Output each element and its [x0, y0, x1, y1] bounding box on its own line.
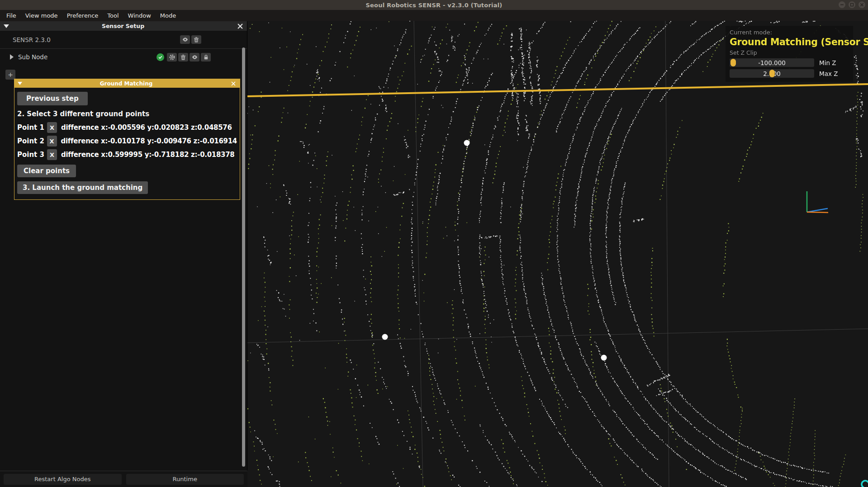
visibility-button[interactable]: [190, 53, 199, 61]
min-z-slider-handle[interactable]: [730, 59, 736, 66]
status-ok-badge: [157, 53, 164, 61]
close-button[interactable]: [859, 1, 865, 8]
max-z-slider-row: 2.000 Max Z: [730, 69, 849, 78]
runtime-button[interactable]: Runtime: [126, 474, 244, 485]
delete-button[interactable]: [191, 35, 201, 44]
menu-view-mode[interactable]: View mode: [21, 10, 62, 21]
collapse-caret-icon[interactable]: [4, 24, 9, 28]
pointcloud-viewport[interactable]: [247, 21, 868, 487]
visibility-button[interactable]: [180, 35, 190, 44]
current-mode-value: Ground Matching (Sensor Setup): [730, 37, 849, 47]
min-z-label: Min Z: [819, 59, 836, 66]
point-2-difference: difference x:-0.010178 y:-0.009476 z:-0.…: [61, 137, 237, 145]
sensor-setup-panel: Sensor Setup SENSR 2.3.0: [0, 21, 247, 487]
sensr-node-label: SENSR 2.3.0: [13, 36, 51, 43]
menu-bar: File View mode Preference Tool Window Mo…: [0, 10, 868, 21]
set-z-clip-label: Set Z Clip: [730, 49, 849, 56]
max-z-slider-handle[interactable]: [769, 70, 775, 77]
point-2-remove-button[interactable]: X: [47, 136, 57, 147]
max-z-slider[interactable]: 2.000: [730, 69, 814, 78]
delete-button[interactable]: [178, 53, 188, 61]
step-instruction: 2. Select 3 different ground points: [17, 110, 237, 118]
min-z-slider-row: -100.000 Min Z: [730, 58, 849, 67]
title-bar: Seoul Robotics SENSR - v2.3.0 (Tutorial): [0, 0, 868, 10]
ground-matching-panel: Ground Matching Previous step 2. Select …: [14, 79, 240, 200]
menu-mode[interactable]: Mode: [156, 10, 180, 21]
window-controls: [839, 1, 865, 8]
check-icon: [158, 55, 163, 60]
point-1-difference: difference x:-0.005596 y:0.020823 z:0.04…: [61, 123, 232, 132]
sub-node-actions: [157, 53, 211, 61]
sensr-node-actions: [180, 35, 201, 44]
point-3-difference: difference x:0.599995 y:-0.718182 z:-0.0…: [61, 151, 235, 159]
point-1-remove-button[interactable]: X: [47, 122, 57, 133]
ground-matching-close-icon[interactable]: [231, 81, 236, 86]
current-mode-label: Current mode:: [730, 29, 849, 36]
lock-button[interactable]: [201, 53, 211, 61]
maximize-button[interactable]: [849, 1, 855, 8]
lock-icon: [203, 54, 209, 60]
launch-ground-matching-button[interactable]: 3. Launch the ground matching: [17, 181, 148, 194]
panel-close-icon[interactable]: [237, 23, 243, 29]
minimize-icon: [840, 3, 844, 7]
collapse-caret-icon[interactable]: [18, 82, 22, 85]
add-node-button[interactable]: +: [5, 70, 15, 80]
tree-node-sensr[interactable]: SENSR 2.3.0: [0, 31, 247, 49]
expand-caret-icon[interactable]: [10, 54, 14, 60]
menu-tool[interactable]: Tool: [103, 10, 123, 21]
menu-file[interactable]: File: [2, 10, 21, 21]
point-row-2: Point 2 X difference x:-0.010178 y:-0.00…: [17, 135, 237, 147]
gear-icon: [169, 54, 175, 61]
ground-matching-header: Ground Matching: [14, 79, 240, 88]
eye-icon: [182, 37, 189, 43]
settings-button[interactable]: [167, 53, 177, 61]
sensor-setup-header: Sensor Setup: [0, 21, 247, 31]
min-z-value: -100.000: [730, 58, 814, 67]
restart-algo-nodes-button[interactable]: Restart Algo Nodes: [4, 474, 122, 485]
current-mode-overlay: Current mode: Ground Matching (Sensor Se…: [726, 26, 853, 82]
window-title: Seoul Robotics SENSR - v2.3.0 (Tutorial): [366, 2, 503, 9]
clear-points-button[interactable]: Clear points: [17, 165, 76, 177]
point-3-remove-button[interactable]: X: [47, 149, 57, 160]
eye-icon: [191, 54, 198, 60]
sub-node-label: Sub Node: [18, 53, 47, 61]
point-1-label: Point 1: [17, 123, 47, 132]
point-2-label: Point 2: [17, 137, 47, 145]
menu-window[interactable]: Window: [123, 10, 156, 21]
panel-bottom-bar: Restart Algo Nodes Runtime: [0, 471, 247, 487]
min-z-slider[interactable]: -100.000: [730, 58, 814, 67]
max-z-label: Max Z: [819, 70, 838, 77]
panel-scrollbar[interactable]: [242, 47, 245, 467]
point-row-1: Point 1 X difference x:-0.005596 y:0.020…: [17, 122, 237, 133]
close-icon: [860, 3, 864, 7]
trash-icon: [180, 54, 186, 60]
point-row-3: Point 3 X difference x:0.599995 y:-0.718…: [17, 149, 237, 161]
minimize-button[interactable]: [839, 1, 845, 8]
menu-preference[interactable]: Preference: [62, 10, 103, 21]
ground-matching-title: Ground Matching: [22, 80, 230, 87]
trash-icon: [194, 37, 199, 43]
ground-matching-body: Previous step 2. Select 3 different grou…: [14, 88, 240, 199]
tree-node-sub[interactable]: Sub Node: [0, 49, 247, 65]
maximize-icon: [850, 3, 854, 7]
previous-step-button[interactable]: Previous step: [17, 92, 88, 105]
point-3-label: Point 3: [17, 151, 47, 159]
sensor-setup-title: Sensor Setup: [9, 23, 237, 29]
